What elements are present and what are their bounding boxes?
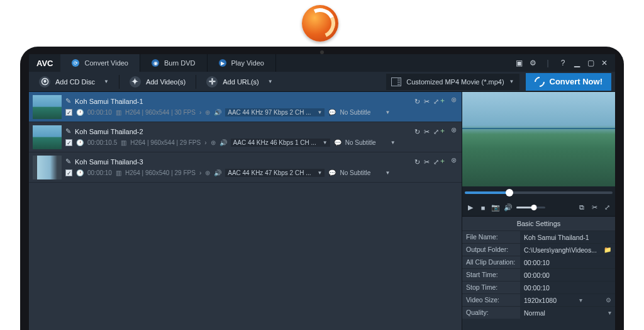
- play-icon[interactable]: ▶: [466, 203, 475, 212]
- setting-start-time: Start Time: 00:00:00: [462, 268, 615, 281]
- refresh-icon: ⟳: [72, 59, 79, 67]
- checkbox[interactable]: ✓: [65, 169, 72, 176]
- setting-label: Quality:: [462, 307, 520, 319]
- link-icon[interactable]: ⧉: [577, 203, 586, 212]
- pencil-icon[interactable]: ✎: [65, 157, 71, 166]
- setting-label: All Clip Duration:: [462, 256, 520, 268]
- help-icon[interactable]: ?: [558, 59, 567, 67]
- remove-icon[interactable]: ⊗: [451, 156, 457, 164]
- output-folder-input[interactable]: C:\Users\yangh\Videos...📁: [520, 244, 615, 256]
- scissors-icon[interactable]: ✂: [590, 203, 599, 212]
- audio-track-select[interactable]: AAC 44 KHz 47 Kbps 2 CH ...▼: [225, 169, 325, 177]
- folder-icon[interactable]: 📁: [604, 246, 611, 253]
- video-item[interactable]: ✎ Koh Samui Thailand-2 ↻ ✂ ⤢ ✓ 🕐 00:00:1…: [29, 122, 462, 152]
- film-icon: ▥: [121, 139, 126, 146]
- chevron-right-icon[interactable]: ›: [204, 139, 206, 146]
- video-item[interactable]: ✎ Koh Samui Thailand-3 ↻ ✂ ⤢ ✓ 🕐 00:00:1…: [29, 152, 462, 183]
- globe-icon: ⊕: [211, 139, 216, 146]
- audio-track-select[interactable]: AAC 44 KHz 97 Kbps 2 CH ...▼: [225, 108, 325, 117]
- output-profile-select[interactable]: Customized MP4 Movie (*.mp4) ▼: [386, 74, 519, 90]
- minimize-icon[interactable]: ▁: [572, 59, 581, 67]
- add-icon[interactable]: ＋: [439, 126, 446, 135]
- chevron-right-icon[interactable]: ›: [199, 169, 201, 176]
- disc-plus-icon: ⦿: [39, 76, 50, 88]
- snapshot-icon[interactable]: 📷: [491, 203, 500, 212]
- setting-file-name: File Name: Koh Samui Thailand-1: [462, 230, 615, 243]
- stop-icon[interactable]: ■: [479, 204, 487, 212]
- subtitle-label: No Subtitle: [340, 109, 370, 116]
- divider: [196, 75, 196, 89]
- chevron-right-icon[interactable]: ›: [199, 109, 201, 116]
- add-urls-button[interactable]: ✛ Add URL(s) ▼: [200, 74, 279, 90]
- volume-icon[interactable]: 🔊: [504, 203, 513, 212]
- loop-icon[interactable]: ↻: [414, 128, 420, 135]
- video-item[interactable]: ✎ Koh Samui Thailand-1 ↻ ✂ ⤢ ✓ 🕐 00:00:1…: [29, 92, 462, 122]
- stop-time-input[interactable]: 00:00:10: [520, 282, 615, 293]
- film-icon: ▥: [116, 169, 121, 176]
- crop-icon[interactable]: ⤢: [433, 128, 439, 135]
- screen-icon[interactable]: ▣: [514, 59, 523, 67]
- tab-burn-dvd[interactable]: ◉ Burn DVD: [140, 54, 208, 72]
- clock-icon: 🕐: [76, 169, 84, 176]
- audio-track-select[interactable]: AAC 44 KHz 46 Kbps 1 CH ...▼: [231, 139, 330, 147]
- volume-icon: 🔊: [214, 169, 221, 176]
- crop-icon[interactable]: ⤢: [602, 203, 611, 212]
- pencil-icon[interactable]: ✎: [65, 97, 71, 105]
- timeline[interactable]: [462, 186, 615, 199]
- video-thumbnail: [33, 125, 62, 149]
- timeline-track[interactable]: [465, 191, 613, 194]
- checkbox[interactable]: ✓: [65, 139, 72, 146]
- quality-select[interactable]: Normal▾: [520, 307, 615, 319]
- tab-label: Convert Video: [84, 59, 128, 67]
- globe-plus-icon: ✛: [206, 76, 218, 88]
- setting-label: Video Size:: [462, 294, 520, 306]
- video-title: Koh Samui Thailand-3: [75, 158, 143, 166]
- video-thumbnail: [33, 95, 62, 119]
- pencil-icon[interactable]: ✎: [65, 127, 71, 135]
- audio-label: AAC 44 KHz 46 Kbps 1 CH ...: [233, 139, 316, 146]
- add-videos-button[interactable]: ✦ Add Video(s): [123, 74, 192, 90]
- file-name-input[interactable]: Koh Samui Thailand-1: [520, 231, 615, 243]
- add-cd-disc-button[interactable]: ⦿ Add CD Disc ▼: [33, 74, 115, 90]
- loop-icon[interactable]: ↻: [414, 158, 420, 166]
- remove-icon[interactable]: ⊗: [451, 96, 457, 104]
- tab-play-video[interactable]: ▶ Play Video: [208, 54, 276, 72]
- volume-slider[interactable]: [516, 207, 545, 208]
- gear-icon[interactable]: ⚙: [606, 297, 611, 304]
- checkbox[interactable]: ✓: [65, 109, 72, 116]
- gear-icon[interactable]: ⚙: [528, 59, 537, 67]
- remove-icon[interactable]: ⊗: [451, 126, 457, 134]
- duration: 00:00:10: [87, 169, 112, 176]
- subtitle-select[interactable]: No Subtitle ▼: [345, 139, 396, 146]
- divider: [119, 75, 119, 89]
- maximize-icon[interactable]: ▢: [586, 59, 595, 67]
- chevron-down-icon: ▾: [579, 297, 582, 304]
- add-icon[interactable]: ＋: [439, 156, 446, 166]
- crop-icon[interactable]: ⤢: [433, 98, 439, 105]
- scissors-icon[interactable]: ✂: [424, 98, 430, 105]
- video-title: Koh Samui Thailand-2: [75, 128, 143, 135]
- convert-now-button[interactable]: Convert Now!: [526, 73, 612, 91]
- video-size-select[interactable]: 1920x1080▾⚙: [520, 294, 615, 306]
- film-icon: [391, 77, 401, 86]
- app-name: AVC: [29, 59, 60, 68]
- scissors-icon[interactable]: ✂: [424, 158, 430, 166]
- setting-quality: Quality: Normal▾: [462, 306, 615, 319]
- volume-icon: 🔊: [219, 139, 227, 146]
- globe-icon: ⊕: [205, 109, 210, 116]
- video-preview: [462, 92, 615, 186]
- subtitle-select[interactable]: No Subtitle ▼: [340, 169, 390, 176]
- subtitle-label: No Subtitle: [345, 139, 376, 146]
- tab-convert-video[interactable]: ⟳ Convert Video: [60, 54, 140, 72]
- crop-icon[interactable]: ⤢: [433, 158, 439, 166]
- start-time-input[interactable]: 00:00:00: [520, 269, 615, 281]
- button-label: Add CD Disc: [55, 78, 95, 86]
- subtitle-select[interactable]: No Subtitle ▼: [340, 109, 390, 116]
- add-icon[interactable]: ＋: [439, 96, 446, 105]
- loop-icon[interactable]: ↻: [414, 98, 420, 105]
- volume-icon: 🔊: [214, 109, 221, 116]
- setting-video-size: Video Size: 1920x1080▾⚙: [462, 293, 615, 306]
- close-icon[interactable]: ✕: [600, 59, 609, 67]
- timeline-thumb[interactable]: [506, 189, 513, 196]
- scissors-icon[interactable]: ✂: [424, 128, 430, 135]
